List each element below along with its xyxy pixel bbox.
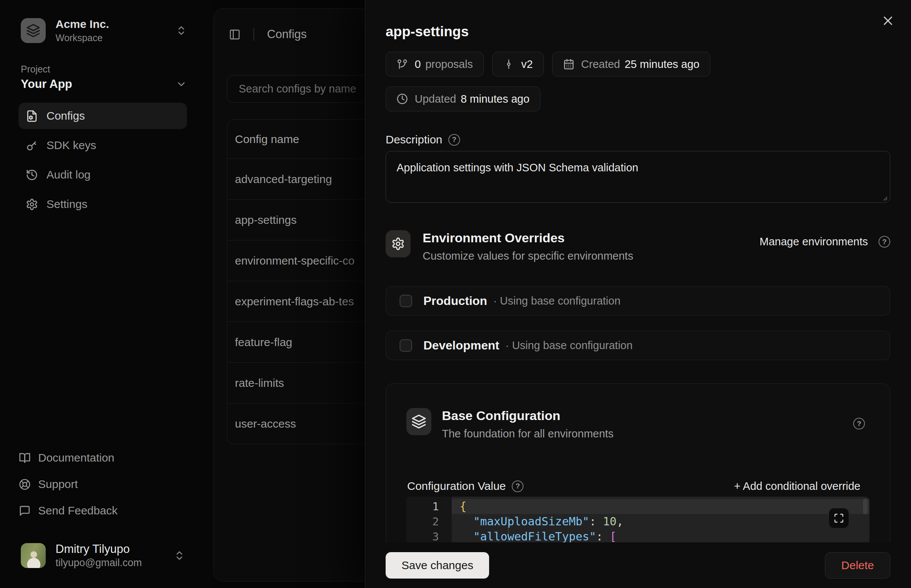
delete-button[interactable]: Delete <box>825 552 890 578</box>
environment-status: · Using base configuration <box>505 339 633 352</box>
line-number: 3 <box>407 529 452 542</box>
help-icon[interactable]: ? <box>512 480 524 492</box>
json-editor[interactable]: 1 2 3 4 { "maxUploadSizeMb": 10, "allowe… <box>407 497 869 542</box>
sidebar-item-support[interactable]: Support <box>19 471 187 498</box>
production-checkbox[interactable] <box>400 295 412 307</box>
calendar-icon <box>563 58 574 70</box>
environment-name: Development <box>423 339 499 352</box>
divider <box>253 28 254 41</box>
sidebar-link-label: Documentation <box>38 451 114 464</box>
chevrons-up-down-icon[interactable] <box>176 25 187 36</box>
layers-icon <box>411 414 426 429</box>
user-name: Dmitry Tilyupo <box>55 542 174 556</box>
sidebar-item-label: Audit log <box>47 168 91 181</box>
help-icon[interactable]: ? <box>879 236 890 247</box>
created-value: 25 minutes ago <box>625 58 700 71</box>
chevrons-up-down-icon[interactable] <box>174 550 185 561</box>
expand-editor-button[interactable] <box>829 508 849 528</box>
workspace-switcher[interactable]: Acme Inc. Workspace <box>21 17 187 44</box>
help-icon[interactable]: ? <box>448 134 460 146</box>
sidebar-item-label: SDK keys <box>47 139 96 152</box>
sidebar-item-configs[interactable]: Configs <box>18 103 187 129</box>
version-label: v2 <box>521 58 533 71</box>
badge-row: Updated 8 minutes ago <box>386 86 890 111</box>
sidebar-item-audit-log[interactable]: Audit log <box>18 162 187 188</box>
avatar <box>21 543 46 568</box>
resize-grip-icon[interactable] <box>880 194 888 201</box>
description-textarea[interactable]: Application settings with JSON Schema va… <box>386 151 890 203</box>
version-badge: v2 <box>492 52 544 77</box>
sidebar-nav: Configs SDK keys Audit log Settings <box>18 103 187 217</box>
life-buoy-icon <box>19 478 31 490</box>
clock-icon <box>397 93 408 105</box>
environment-overrides-header: Environment Overrides Customize values f… <box>386 230 890 263</box>
save-button[interactable]: Save changes <box>386 552 489 578</box>
description-field-wrap: Application settings with JSON Schema va… <box>386 151 890 204</box>
environment-overrides-title: Environment Overrides <box>423 230 760 245</box>
configuration-value-row: Configuration Value ? + Add conditional … <box>386 480 890 493</box>
environment-row-development[interactable]: Development · Using base configuration <box>386 331 890 360</box>
sidebar-item-documentation[interactable]: Documentation <box>19 444 187 471</box>
add-conditional-override-button[interactable]: + Add conditional override <box>734 480 861 493</box>
close-icon[interactable] <box>881 14 895 28</box>
sidebar-item-label: Settings <box>47 197 87 211</box>
modal-footer: Save changes Delete <box>365 542 911 588</box>
project-label: Project <box>21 63 187 75</box>
code-line: "allowedFileTypes": [ <box>452 529 869 542</box>
workspace-logo <box>21 18 46 43</box>
manage-environments-button[interactable]: Manage environments <box>760 236 868 248</box>
gear-icon <box>391 237 405 250</box>
user-menu[interactable]: Dmitry Tilyupo tilyupo@gmail.com <box>21 542 185 569</box>
help-icon[interactable]: ? <box>853 418 865 430</box>
project-section: Project Your App <box>21 63 187 91</box>
environment-status: · Using base configuration <box>493 295 621 307</box>
environment-overrides-text: Environment Overrides Customize values f… <box>423 230 760 263</box>
code-line: "maxUploadSizeMb": 10, <box>452 514 869 529</box>
code-line: { <box>452 499 869 514</box>
line-number: 2 <box>407 514 452 529</box>
project-switcher[interactable]: Your App <box>21 77 187 91</box>
sidebar-link-label: Support <box>38 478 78 491</box>
base-configuration-title: Base Configuration <box>442 408 847 423</box>
key-icon <box>26 139 38 152</box>
book-open-icon <box>19 452 31 464</box>
sidebar: Acme Inc. Workspace Project Your App Con… <box>0 0 213 588</box>
sidebar-item-label: Configs <box>47 109 85 123</box>
development-checkbox[interactable] <box>400 339 412 352</box>
gear-icon <box>26 198 38 211</box>
environment-row-production[interactable]: Production · Using base configuration <box>386 286 890 315</box>
editor-scrollbar[interactable] <box>863 499 867 514</box>
configuration-value-label-wrap: Configuration Value ? <box>407 480 524 493</box>
chevron-down-icon[interactable] <box>176 79 187 90</box>
proposals-count: 0 <box>415 58 421 71</box>
updated-badge: Updated 8 minutes ago <box>386 86 540 111</box>
updated-value: 8 minutes ago <box>461 93 530 105</box>
layers-tile <box>407 408 431 435</box>
editor-code-area[interactable]: { "maxUploadSizeMb": 10, "allowedFileTyp… <box>452 497 869 542</box>
sidebar-item-sdk-keys[interactable]: SDK keys <box>18 132 187 158</box>
panel-title: Configs <box>267 27 307 41</box>
message-square-icon <box>19 505 31 517</box>
git-commit-vertical-icon <box>503 58 514 70</box>
sidebar-item-send-feedback[interactable]: Send Feedback <box>19 498 187 524</box>
base-configuration-card: Base Configuration The foundation for al… <box>386 383 890 542</box>
workspace-text: Acme Inc. Workspace <box>55 17 176 44</box>
updated-label: Updated <box>415 93 456 105</box>
proposals-badge: 0 proposals <box>386 52 484 77</box>
base-configuration-header: Base Configuration The foundation for al… <box>386 408 890 441</box>
base-configuration-subtitle: The foundation for all environments <box>442 427 847 441</box>
git-branch-icon <box>397 58 408 70</box>
created-badge: Created 25 minutes ago <box>552 52 710 77</box>
user-text: Dmitry Tilyupo tilyupo@gmail.com <box>55 542 174 569</box>
config-detail-modal: app-settings 0 proposals v2 Created 25 m… <box>365 0 911 588</box>
environment-overrides-actions: Manage environments ? <box>760 236 890 248</box>
config-title: app-settings <box>386 23 890 40</box>
project-name: Your App <box>21 77 72 91</box>
modal-content: app-settings 0 proposals v2 Created 25 m… <box>365 0 911 542</box>
panel-left-icon[interactable] <box>229 29 241 40</box>
workspace-type: Workspace <box>55 32 176 44</box>
user-email: tilyupo@gmail.com <box>55 557 174 569</box>
sidebar-item-settings[interactable]: Settings <box>18 191 187 217</box>
maximize-icon <box>833 513 844 523</box>
editor-gutter: 1 2 3 4 <box>407 497 452 542</box>
